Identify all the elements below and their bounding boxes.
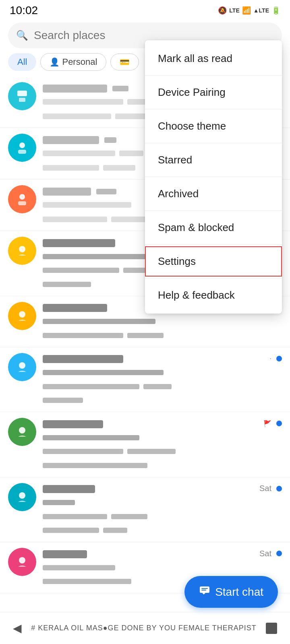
menu-overlay[interactable]: Mark all as read Device Pairing Choose t… (0, 0, 290, 644)
menu-divider (145, 75, 282, 76)
menu-item-starred[interactable]: Starred (145, 145, 282, 175)
menu-item-archived[interactable]: Archived (145, 179, 282, 209)
menu-item-settings[interactable]: Settings (145, 246, 282, 277)
menu-divider (145, 278, 282, 279)
menu-divider (145, 211, 282, 211)
menu-item-help-feedback[interactable]: Help & feedback (145, 280, 282, 310)
menu-item-device-pairing[interactable]: Device Pairing (145, 77, 282, 107)
dropdown-menu: Mark all as read Device Pairing Choose t… (145, 40, 282, 314)
menu-divider (145, 143, 282, 143)
menu-divider (145, 177, 282, 177)
menu-item-choose-theme[interactable]: Choose theme (145, 111, 282, 141)
menu-divider (145, 109, 282, 109)
menu-divider (145, 244, 282, 245)
menu-item-spam-blocked[interactable]: Spam & blocked (145, 213, 282, 243)
menu-item-mark-all-read[interactable]: Mark all as read (145, 43, 282, 74)
